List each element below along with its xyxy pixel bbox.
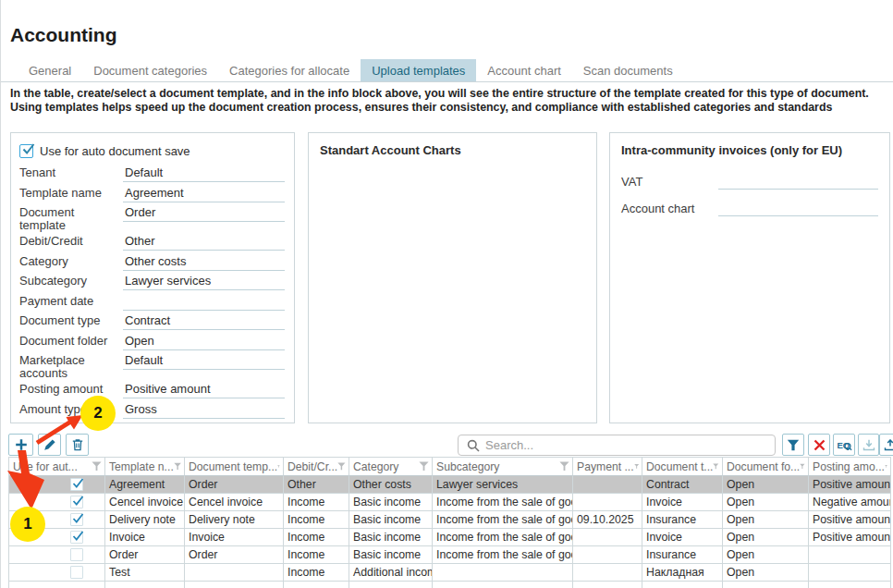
column-header[interactable]: Document temp... [185, 458, 284, 476]
table-row[interactable]: InvoiceInvoiceIncomeBasic incomeIncome f… [9, 529, 891, 546]
table-cell: Income [284, 546, 349, 564]
column-header[interactable]: Payment ... [573, 458, 642, 476]
column-filter-icon[interactable] [634, 461, 639, 472]
table-cell: Basic income [349, 546, 433, 564]
row-checkbox[interactable] [70, 548, 83, 561]
delete-template-button[interactable] [66, 434, 89, 456]
tab-account-chart[interactable]: Account chart [476, 59, 572, 81]
form-field-row: Posting amountPositive amount [19, 380, 285, 400]
table-cell: Income [284, 511, 349, 529]
form-field-value[interactable]: Order [123, 203, 285, 222]
intra-field-label: Account chart [621, 199, 718, 215]
form-field-row: Amount typeGross [19, 400, 285, 421]
funnel-icon [787, 439, 800, 451]
table-cell: Insurance [642, 546, 723, 564]
row-checkbox[interactable] [70, 478, 83, 491]
form-field-value[interactable]: Open [123, 332, 285, 350]
form-field-label: Debit/Credit [19, 232, 123, 248]
row-checkbox[interactable] [70, 513, 83, 526]
import-button[interactable] [879, 434, 893, 456]
table-cell [809, 582, 891, 588]
table-empty-row [9, 582, 891, 588]
clear-filter-button[interactable] [808, 434, 830, 456]
tab-upload-templates[interactable]: Upload templates [361, 59, 476, 81]
table-cell: Basic income [349, 511, 433, 529]
table-cell-checkbox [9, 476, 105, 494]
column-filter-icon[interactable] [92, 461, 102, 472]
search-input[interactable] [485, 438, 775, 452]
table-row[interactable]: OrderOrderIncomeBasic incomeIncome from … [9, 546, 891, 564]
form-field-value[interactable]: Agreement [123, 184, 285, 202]
eq-search-icon: EQ [837, 438, 852, 451]
column-filter-icon[interactable] [337, 461, 346, 472]
table-cell: Cencel invoice [185, 494, 284, 511]
table-cell: Other costs [349, 476, 433, 494]
column-filter-icon[interactable] [800, 461, 805, 472]
column-filter-icon[interactable] [885, 461, 887, 472]
filter-button[interactable] [782, 434, 804, 456]
table-cell [809, 546, 891, 564]
table-cell [573, 494, 642, 511]
form-field-value[interactable]: Default [123, 351, 285, 370]
column-header[interactable]: Template n... [105, 458, 185, 476]
standard-account-charts-panel: Standart Account Charts [308, 132, 597, 423]
form-field-value[interactable]: Positive amount [123, 380, 285, 398]
intra-community-panel: Intra-community invoices (only for EU) V… [609, 132, 890, 423]
column-filter-icon[interactable] [277, 461, 280, 472]
form-field-row: Payment date [19, 292, 285, 312]
column-header[interactable]: Category [349, 458, 433, 476]
intra-field-value[interactable] [718, 172, 878, 190]
row-checkbox[interactable] [70, 566, 83, 579]
column-header[interactable]: Use for aut... [9, 458, 105, 476]
table-cell: Income from the sale of goods [433, 494, 573, 511]
tab-categories-for-allocate[interactable]: Categories for allocate [218, 59, 361, 81]
column-search-button[interactable]: EQ [833, 434, 855, 456]
table-cell-checkbox [9, 546, 105, 564]
column-header[interactable]: Document fo... [723, 458, 809, 476]
column-filter-icon[interactable] [174, 461, 181, 472]
column-filter-icon[interactable] [713, 461, 719, 472]
tab-general[interactable]: General [18, 59, 82, 81]
column-header-label: Document temp... [189, 460, 277, 473]
form-field-value[interactable]: Other [123, 232, 285, 251]
column-header[interactable]: Posting amo... [809, 458, 891, 476]
column-filter-icon[interactable] [559, 461, 569, 472]
auto-save-checkbox[interactable] [19, 144, 33, 158]
check-icon [21, 142, 36, 155]
check-icon [71, 495, 85, 507]
tab-document-categories[interactable]: Document categories [82, 59, 218, 81]
form-field-value[interactable]: Gross [123, 400, 285, 419]
table-row[interactable]: Delivery noteDelivery noteIncomeBasic in… [9, 511, 891, 529]
row-checkbox[interactable] [70, 531, 83, 544]
auto-save-checkbox-row: Use for auto document save [19, 141, 285, 161]
form-field-value[interactable]: Contract [123, 312, 285, 330]
intra-field-value[interactable] [718, 199, 878, 216]
edit-template-button[interactable] [38, 434, 61, 456]
table-cell: Income from the sale of goods [433, 511, 573, 529]
form-field-label: Document folder [19, 332, 123, 348]
table-row[interactable]: Cencel invoiceCencel invoiceIncomeBasic … [9, 494, 891, 511]
accounting-settings-page: Accounting GeneralDocument categoriesCat… [0, 0, 893, 588]
page-title: Accounting [10, 24, 117, 46]
form-field-value[interactable]: Default [123, 164, 285, 182]
column-header-label: Posting amo... [813, 460, 885, 473]
table-row[interactable]: AgreementOrderOtherOther costsLawyer ser… [9, 476, 891, 494]
add-template-button[interactable] [8, 434, 33, 456]
table-row[interactable]: TestIncomeAdditional incomeНакладнаяOpen [9, 564, 891, 582]
column-header[interactable]: Subcategory [433, 458, 573, 476]
check-icon [71, 530, 85, 542]
export-button[interactable] [858, 434, 879, 456]
form-field-value[interactable]: Lawyer services [123, 272, 285, 290]
column-filter-icon[interactable] [419, 461, 429, 472]
table-cell [349, 582, 433, 588]
column-header[interactable]: Debit/Cr... [284, 458, 349, 476]
tab-scan-documents[interactable]: Scan documents [572, 59, 684, 81]
form-field-value[interactable] [123, 292, 285, 311]
table-cell: Income from the sale of goods [433, 546, 573, 564]
row-checkbox[interactable] [70, 496, 83, 508]
form-field-row: TenantDefault [19, 164, 285, 184]
table-cell [573, 564, 642, 582]
form-field-value[interactable]: Other costs [123, 252, 285, 271]
form-field-label: Document type [19, 312, 123, 327]
column-header[interactable]: Document t... [642, 458, 723, 476]
